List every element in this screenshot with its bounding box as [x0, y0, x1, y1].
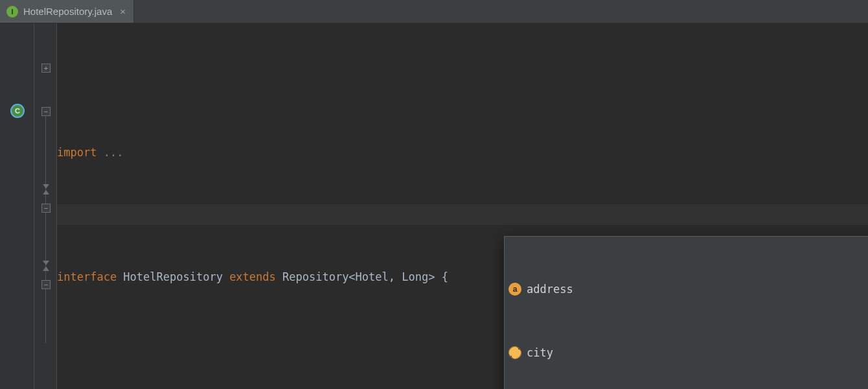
completion-item-address[interactable]: a address String: [505, 278, 868, 300]
related-method-icon[interactable]: [43, 184, 49, 194]
fold-toggle-class[interactable]: −: [41, 107, 51, 116]
fold-toggle-query2[interactable]: −: [41, 280, 51, 289]
tab-filename: HotelRepository.java: [23, 6, 112, 17]
attribute-icon: a: [508, 283, 521, 296]
interface-file-icon: I: [6, 6, 18, 18]
fold-toggle-query1[interactable]: −: [41, 204, 51, 213]
autocomplete-popup: a address String city City a id Long a n…: [504, 236, 868, 389]
fold-toggle-import[interactable]: +: [41, 64, 51, 73]
property-icon: [508, 346, 521, 359]
implementing-class-icon[interactable]: C: [10, 104, 25, 118]
tab-bar: I HotelRepository.java ×: [0, 0, 868, 23]
gutter: + C − − −: [0, 23, 57, 389]
file-tab[interactable]: I HotelRepository.java ×: [0, 0, 134, 23]
close-tab-icon[interactable]: ×: [117, 6, 126, 17]
code-area[interactable]: import ... interface HotelRepository ext…: [57, 23, 868, 389]
editor: + C − − − import ... interface HotelRepo…: [0, 23, 868, 389]
related-method-icon[interactable]: [43, 261, 49, 271]
completion-item-city[interactable]: city City: [505, 342, 868, 364]
